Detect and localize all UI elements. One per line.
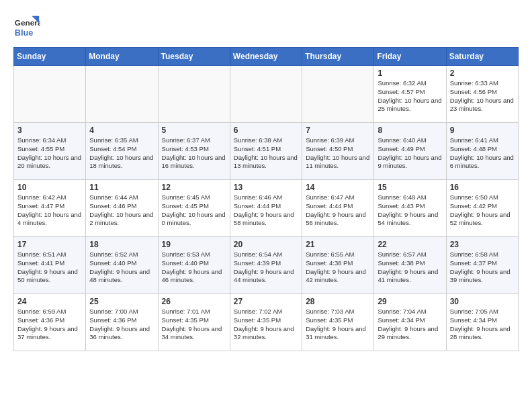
calendar-cell: 12Sunrise: 6:45 AM Sunset: 4:45 PM Dayli…	[158, 180, 230, 237]
day-info: Sunrise: 6:51 AM Sunset: 4:41 PM Dayligh…	[17, 250, 82, 285]
day-number: 4	[89, 126, 154, 135]
calendar-cell: 18Sunrise: 6:52 AM Sunset: 4:40 PM Dayli…	[86, 237, 158, 294]
day-number: 7	[306, 126, 370, 135]
weekday-header: Sunday	[14, 48, 86, 66]
calendar-week-row: 17Sunrise: 6:51 AM Sunset: 4:41 PM Dayli…	[14, 237, 519, 294]
calendar-cell: 2Sunrise: 6:33 AM Sunset: 4:56 PM Daylig…	[446, 66, 518, 123]
calendar-cell: 22Sunrise: 6:57 AM Sunset: 4:38 PM Dayli…	[374, 237, 446, 294]
calendar-cell: 5Sunrise: 6:37 AM Sunset: 4:53 PM Daylig…	[158, 123, 230, 180]
day-number: 3	[17, 126, 82, 135]
day-number: 25	[89, 297, 154, 306]
day-info: Sunrise: 6:44 AM Sunset: 4:46 PM Dayligh…	[89, 193, 154, 228]
calendar-cell: 16Sunrise: 6:50 AM Sunset: 4:42 PM Dayli…	[446, 180, 518, 237]
calendar-cell: 1Sunrise: 6:32 AM Sunset: 4:57 PM Daylig…	[374, 66, 446, 123]
svg-text:Blue: Blue	[15, 28, 34, 38]
day-info: Sunrise: 7:04 AM Sunset: 4:34 PM Dayligh…	[378, 308, 442, 342]
calendar-cell: 15Sunrise: 6:48 AM Sunset: 4:43 PM Dayli…	[374, 180, 446, 237]
calendar-cell: 8Sunrise: 6:40 AM Sunset: 4:49 PM Daylig…	[374, 123, 446, 180]
calendar-cell: 25Sunrise: 7:00 AM Sunset: 4:36 PM Dayli…	[86, 294, 158, 351]
calendar-cell: 24Sunrise: 6:59 AM Sunset: 4:36 PM Dayli…	[14, 294, 86, 351]
day-info: Sunrise: 6:42 AM Sunset: 4:47 PM Dayligh…	[17, 193, 82, 228]
day-info: Sunrise: 6:32 AM Sunset: 4:57 PM Dayligh…	[378, 79, 442, 113]
calendar-header-row: SundayMondayTuesdayWednesdayThursdayFrid…	[14, 48, 519, 66]
day-number: 9	[450, 126, 515, 135]
calendar-cell	[86, 66, 158, 123]
calendar-cell: 29Sunrise: 7:04 AM Sunset: 4:34 PM Dayli…	[374, 294, 446, 351]
day-number: 12	[162, 183, 226, 192]
day-info: Sunrise: 6:54 AM Sunset: 4:39 PM Dayligh…	[234, 250, 298, 285]
logo-icon: GeneralBlue	[13, 13, 40, 40]
day-number: 20	[234, 240, 298, 249]
day-info: Sunrise: 6:35 AM Sunset: 4:54 PM Dayligh…	[89, 136, 154, 171]
weekday-header: Monday	[86, 48, 158, 66]
day-number: 10	[17, 183, 82, 192]
calendar-cell: 7Sunrise: 6:39 AM Sunset: 4:50 PM Daylig…	[302, 123, 374, 180]
calendar-cell: 30Sunrise: 7:05 AM Sunset: 4:34 PM Dayli…	[446, 294, 518, 351]
calendar-cell: 26Sunrise: 7:01 AM Sunset: 4:35 PM Dayli…	[158, 294, 230, 351]
calendar-cell: 23Sunrise: 6:58 AM Sunset: 4:37 PM Dayli…	[446, 237, 518, 294]
calendar-cell: 10Sunrise: 6:42 AM Sunset: 4:47 PM Dayli…	[14, 180, 86, 237]
weekday-header: Thursday	[302, 48, 374, 66]
day-number: 28	[306, 297, 370, 306]
calendar-table: SundayMondayTuesdayWednesdayThursdayFrid…	[13, 47, 519, 351]
calendar-cell: 17Sunrise: 6:51 AM Sunset: 4:41 PM Dayli…	[14, 237, 86, 294]
calendar-week-row: 10Sunrise: 6:42 AM Sunset: 4:47 PM Dayli…	[14, 180, 519, 237]
day-number: 24	[17, 297, 82, 306]
day-number: 22	[378, 240, 442, 249]
day-number: 16	[450, 183, 515, 192]
day-number: 30	[450, 297, 515, 306]
day-info: Sunrise: 6:40 AM Sunset: 4:49 PM Dayligh…	[378, 136, 442, 171]
calendar-cell: 28Sunrise: 7:03 AM Sunset: 4:35 PM Dayli…	[302, 294, 374, 351]
weekday-header: Friday	[374, 48, 446, 66]
day-number: 29	[378, 297, 442, 306]
calendar-cell: 27Sunrise: 7:02 AM Sunset: 4:35 PM Dayli…	[230, 294, 302, 351]
calendar-cell	[230, 66, 302, 123]
day-info: Sunrise: 6:39 AM Sunset: 4:50 PM Dayligh…	[306, 136, 370, 171]
calendar-cell: 13Sunrise: 6:46 AM Sunset: 4:44 PM Dayli…	[230, 180, 302, 237]
calendar-cell	[158, 66, 230, 123]
calendar-cell: 14Sunrise: 6:47 AM Sunset: 4:44 PM Dayli…	[302, 180, 374, 237]
day-number: 18	[89, 240, 154, 249]
calendar-cell: 3Sunrise: 6:34 AM Sunset: 4:55 PM Daylig…	[14, 123, 86, 180]
day-info: Sunrise: 6:58 AM Sunset: 4:37 PM Dayligh…	[450, 250, 515, 285]
day-number: 1	[378, 68, 442, 78]
logo: GeneralBlue	[13, 13, 40, 40]
day-info: Sunrise: 6:46 AM Sunset: 4:44 PM Dayligh…	[234, 193, 298, 228]
weekday-header: Wednesday	[230, 48, 302, 66]
day-info: Sunrise: 6:38 AM Sunset: 4:51 PM Dayligh…	[234, 136, 298, 171]
day-info: Sunrise: 7:00 AM Sunset: 4:36 PM Dayligh…	[89, 308, 154, 342]
day-number: 26	[162, 297, 226, 306]
day-number: 5	[162, 126, 226, 135]
day-number: 19	[162, 240, 226, 249]
day-info: Sunrise: 6:37 AM Sunset: 4:53 PM Dayligh…	[162, 136, 226, 171]
day-info: Sunrise: 6:59 AM Sunset: 4:36 PM Dayligh…	[17, 308, 82, 342]
calendar-cell: 9Sunrise: 6:41 AM Sunset: 4:48 PM Daylig…	[446, 123, 518, 180]
day-number: 13	[234, 183, 298, 192]
calendar-cell: 21Sunrise: 6:55 AM Sunset: 4:38 PM Dayli…	[302, 237, 374, 294]
weekday-header: Tuesday	[158, 48, 230, 66]
day-info: Sunrise: 7:05 AM Sunset: 4:34 PM Dayligh…	[450, 308, 515, 342]
day-number: 17	[17, 240, 82, 249]
weekday-header: Saturday	[446, 48, 518, 66]
day-info: Sunrise: 7:02 AM Sunset: 4:35 PM Dayligh…	[234, 308, 298, 342]
page-header: GeneralBlue	[13, 13, 519, 40]
day-number: 27	[234, 297, 298, 306]
day-info: Sunrise: 6:48 AM Sunset: 4:43 PM Dayligh…	[378, 193, 442, 228]
day-info: Sunrise: 6:33 AM Sunset: 4:56 PM Dayligh…	[450, 79, 515, 113]
day-number: 14	[306, 183, 370, 192]
day-number: 23	[450, 240, 515, 249]
day-info: Sunrise: 6:45 AM Sunset: 4:45 PM Dayligh…	[162, 193, 226, 228]
day-number: 8	[378, 126, 442, 135]
day-number: 15	[378, 183, 442, 192]
day-info: Sunrise: 6:41 AM Sunset: 4:48 PM Dayligh…	[450, 136, 515, 171]
day-info: Sunrise: 6:34 AM Sunset: 4:55 PM Dayligh…	[17, 136, 82, 171]
calendar-cell: 20Sunrise: 6:54 AM Sunset: 4:39 PM Dayli…	[230, 237, 302, 294]
day-number: 11	[89, 183, 154, 192]
calendar-week-row: 3Sunrise: 6:34 AM Sunset: 4:55 PM Daylig…	[14, 123, 519, 180]
day-info: Sunrise: 6:47 AM Sunset: 4:44 PM Dayligh…	[306, 193, 370, 228]
day-info: Sunrise: 7:03 AM Sunset: 4:35 PM Dayligh…	[306, 308, 370, 342]
day-info: Sunrise: 6:57 AM Sunset: 4:38 PM Dayligh…	[378, 250, 442, 285]
day-info: Sunrise: 7:01 AM Sunset: 4:35 PM Dayligh…	[162, 308, 226, 342]
day-number: 6	[234, 126, 298, 135]
day-number: 2	[450, 68, 515, 78]
